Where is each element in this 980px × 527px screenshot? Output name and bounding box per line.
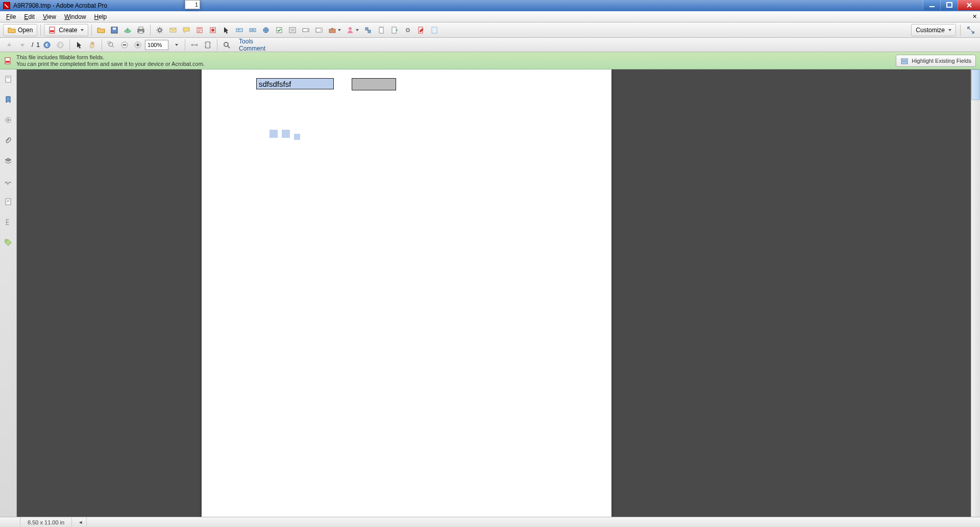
fit-page-button[interactable]	[202, 39, 214, 51]
export-button[interactable]	[388, 24, 401, 36]
attach-button[interactable]	[260, 24, 272, 36]
person-icon	[346, 26, 354, 34]
bookmarks-button[interactable]	[3, 94, 14, 105]
vertical-scrollbar[interactable]	[971, 69, 980, 517]
svg-rect-48	[7, 77, 10, 79]
menu-view[interactable]: View	[39, 12, 60, 21]
zoom-out-button[interactable]	[118, 39, 131, 51]
select-tool-button[interactable]	[220, 24, 232, 36]
form-checkbox-1[interactable]	[270, 130, 278, 138]
svg-rect-29	[368, 30, 371, 33]
zoom-dropdown-button[interactable]	[169, 39, 182, 51]
highlight-button[interactable]	[193, 24, 206, 36]
form-checkbox-3[interactable]	[294, 134, 300, 140]
articles-button[interactable]	[3, 196, 14, 207]
document-send-icon	[390, 26, 399, 34]
button-tool-button[interactable]	[326, 24, 343, 36]
sign-button[interactable]	[344, 24, 361, 36]
fit-width-button[interactable]	[188, 39, 201, 51]
page-down-button[interactable]	[16, 39, 29, 51]
attachments-button[interactable]	[3, 135, 14, 146]
model-tree-button[interactable]	[3, 217, 14, 228]
stamp-button[interactable]	[207, 24, 219, 36]
svg-rect-9	[139, 31, 143, 33]
link-button[interactable]	[402, 24, 414, 36]
window-maximize-button[interactable]	[940, 0, 958, 10]
clipboard-icon	[377, 26, 385, 34]
layers-button[interactable]	[3, 155, 14, 166]
cursor-arrow-icon	[222, 26, 230, 34]
form-checkbox-2[interactable]	[282, 130, 290, 138]
menu-file-label: ile	[10, 13, 16, 20]
zoom-in-button[interactable]	[132, 39, 144, 51]
plus-icon	[134, 41, 142, 49]
thumbnails-icon	[4, 75, 12, 83]
hand-tool-button[interactable]	[86, 39, 99, 51]
svg-point-37	[109, 42, 113, 46]
find-button[interactable]	[220, 39, 233, 51]
track-button[interactable]	[375, 24, 387, 36]
text-field-tool-button[interactable]: T	[233, 24, 246, 36]
comment-panel-toggle[interactable]: Comment	[234, 45, 271, 52]
separator	[102, 39, 102, 51]
menu-help[interactable]: Help	[90, 12, 111, 21]
zoom-level-select[interactable]: 100%	[145, 40, 168, 50]
highlight-fields-button[interactable]: Highlight Existing Fields	[896, 55, 976, 67]
dropdown-tool-button[interactable]	[300, 24, 312, 36]
ok-button-tool[interactable]: OK	[247, 24, 259, 36]
create-button[interactable]: Create	[44, 24, 88, 36]
tags-button[interactable]	[3, 237, 14, 248]
reading-mode-button[interactable]	[965, 24, 977, 36]
destinations-button[interactable]	[3, 114, 14, 126]
form-text-field-2[interactable]	[352, 78, 396, 90]
blank-page-button[interactable]	[428, 24, 440, 36]
fit-page-icon	[204, 41, 212, 49]
document-close-button[interactable]: ✕	[972, 13, 977, 20]
arrow-up-icon	[5, 41, 13, 49]
status-expand-button[interactable]: ◂	[72, 517, 87, 527]
combo-box-icon	[315, 26, 323, 34]
radio-tool-button[interactable]	[286, 24, 299, 36]
scrollbar-thumb[interactable]	[971, 69, 980, 100]
menu-edit[interactable]: Edit	[20, 12, 39, 21]
form-text-field-1[interactable]	[256, 78, 334, 89]
fit-width-icon	[190, 41, 199, 49]
blank-page-icon	[430, 26, 438, 34]
window-controls	[923, 0, 980, 11]
marquee-zoom-button[interactable]	[105, 39, 117, 51]
select-tool-nav-button[interactable]	[73, 39, 85, 51]
nav-back-button[interactable]	[41, 39, 53, 51]
svg-rect-26	[331, 28, 333, 29]
save-button[interactable]	[108, 24, 120, 36]
menu-bar: File Edit View Window Help ✕	[0, 11, 980, 22]
nav-forward-button[interactable]	[54, 39, 66, 51]
open-button[interactable]: Open	[3, 24, 37, 36]
folder-open-icon	[8, 26, 16, 34]
listbox-tool-button[interactable]	[313, 24, 325, 36]
menu-window[interactable]: Window	[60, 12, 90, 21]
window-minimize-button[interactable]	[923, 0, 940, 10]
signatures-button[interactable]	[3, 176, 14, 187]
tools-panel-toggle[interactable]: Tools	[234, 38, 271, 45]
save-to-cloud-button[interactable]	[121, 24, 134, 36]
print-button[interactable]	[135, 24, 147, 36]
document-viewport[interactable]	[17, 69, 971, 517]
window-close-button[interactable]	[958, 0, 980, 10]
svg-rect-53	[8, 222, 9, 223]
comment-button[interactable]	[180, 24, 192, 36]
distribute-button[interactable]	[362, 24, 374, 36]
edit-button[interactable]	[415, 24, 427, 36]
settings-button[interactable]	[154, 24, 166, 36]
checkbox-tool-button[interactable]	[273, 24, 285, 36]
hand-icon	[88, 41, 96, 49]
page-number-input[interactable]	[185, 0, 200, 9]
page-up-button[interactable]	[3, 39, 15, 51]
customize-button[interactable]: Customize	[911, 24, 956, 36]
share-button[interactable]	[167, 24, 179, 36]
page-thumbnails-button[interactable]	[3, 74, 14, 85]
article-icon	[4, 198, 12, 206]
menu-file[interactable]: File	[2, 12, 20, 21]
open-file-button[interactable]	[95, 24, 107, 36]
create-label: Create	[59, 27, 77, 34]
svg-rect-51	[6, 199, 11, 205]
